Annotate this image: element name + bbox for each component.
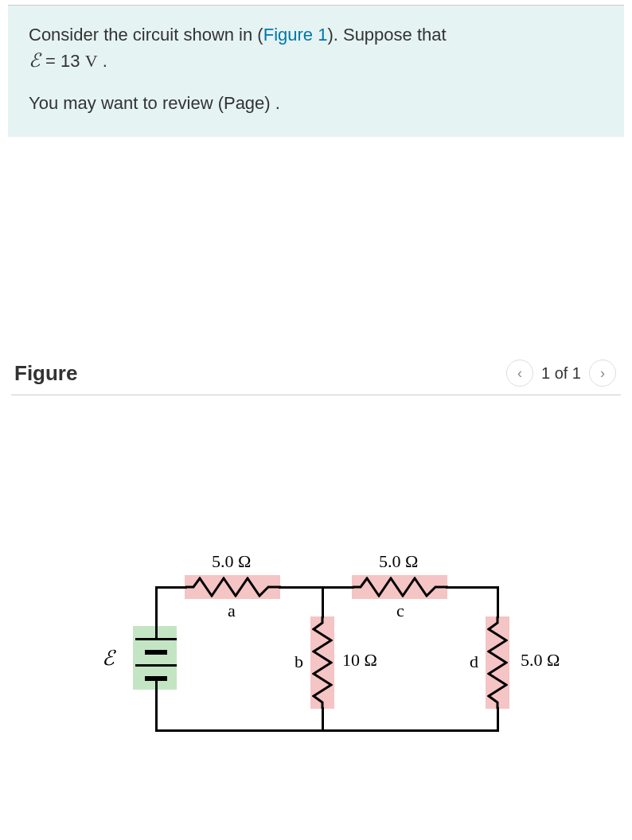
intro-text-2: ). Suppose that	[327, 25, 446, 45]
emf-period: .	[98, 51, 107, 71]
node-d: d	[470, 651, 478, 672]
emf-symbol: ℰ	[29, 50, 41, 71]
resistor-d	[487, 616, 508, 709]
chevron-left-icon: ‹	[517, 365, 522, 382]
node-b: b	[295, 651, 303, 672]
emf-equals: = 13	[41, 51, 85, 71]
next-figure-button[interactable]: ›	[589, 360, 616, 387]
resistor-c	[353, 577, 448, 597]
figure-header: Figure ‹ 1 of 1 ›	[11, 360, 621, 395]
chevron-right-icon: ›	[600, 365, 605, 382]
label-r-top-right: 5.0 Ω	[379, 551, 418, 572]
emf-unit: V	[85, 51, 98, 71]
figure-pager: ‹ 1 of 1 ›	[506, 360, 616, 387]
circuit-diagram: ℰ 5.0 Ω 5.0 Ω 10 Ω 5.0 Ω a c b d	[8, 483, 613, 769]
intro-text-1: Consider the circuit shown in (	[29, 25, 263, 45]
resistor-a	[185, 577, 281, 597]
label-r-mid: 10 Ω	[342, 650, 377, 671]
figure-link[interactable]: Figure 1	[263, 25, 328, 45]
prev-figure-button[interactable]: ‹	[506, 360, 533, 387]
node-c: c	[396, 601, 404, 621]
node-a: a	[228, 601, 236, 621]
problem-intro: Consider the circuit shown in (Figure 1)…	[8, 6, 624, 137]
label-r-top-left: 5.0 Ω	[212, 551, 251, 572]
resistor-b	[312, 616, 333, 709]
review-line: You may want to review (Page) .	[29, 91, 603, 116]
pager-text: 1 of 1	[541, 364, 581, 383]
figure-title: Figure	[14, 361, 77, 386]
label-r-right: 5.0 Ω	[521, 650, 560, 671]
intro-paragraph-1: Consider the circuit shown in (Figure 1)…	[29, 23, 603, 74]
emf-label: ℰ	[102, 646, 115, 671]
